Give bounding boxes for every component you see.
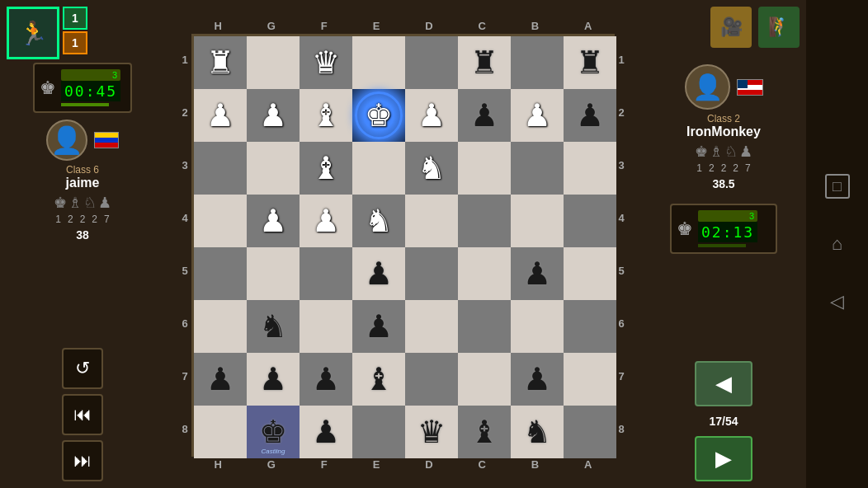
piece: ♝ bbox=[470, 414, 498, 450]
cell-f4[interactable]: ♟ bbox=[300, 195, 352, 247]
cell-g1[interactable] bbox=[247, 36, 300, 89]
cell-e1[interactable] bbox=[352, 36, 405, 89]
right-score: 38.5 bbox=[712, 177, 734, 190]
cell-c2[interactable]: ♟ bbox=[458, 89, 511, 142]
cell-g3[interactable] bbox=[247, 142, 300, 195]
cell-c1[interactable]: ♜ bbox=[458, 36, 511, 89]
cell-e6[interactable]: ♟ bbox=[352, 300, 405, 353]
cell-f8[interactable]: ♟ bbox=[300, 406, 352, 458]
cell-h8[interactable] bbox=[194, 406, 247, 458]
timer-time: 00:45 bbox=[61, 81, 120, 101]
cell-a8[interactable] bbox=[564, 406, 616, 458]
cell-f1[interactable]: ♛ bbox=[300, 36, 352, 89]
cell-h2[interactable]: ♟ bbox=[194, 89, 247, 142]
recent-apps-button[interactable]: □ bbox=[825, 174, 850, 199]
next-button[interactable]: ▶ bbox=[695, 436, 752, 481]
piece: ♜ bbox=[576, 45, 604, 81]
chess-board[interactable]: ♜ ♛ ♜ ♜ ♟ ♟ ♝ ♚ ♟ ♟ ♟ bbox=[191, 34, 615, 457]
cell-g8[interactable]: ♚ Castling bbox=[247, 406, 300, 458]
piece: ♞ bbox=[523, 414, 551, 450]
piece: ♞ bbox=[417, 150, 446, 186]
cell-a1[interactable]: ♜ bbox=[564, 36, 616, 89]
cell-h7[interactable]: ♟ bbox=[194, 353, 247, 406]
cell-e7[interactable]: ♝ bbox=[352, 353, 405, 406]
hiker-icon: 🧗 bbox=[768, 16, 790, 38]
cell-d3[interactable]: ♞ bbox=[405, 142, 458, 195]
prev-button[interactable]: ◀ bbox=[695, 361, 752, 406]
cell-d5[interactable] bbox=[405, 247, 458, 300]
row-6-right: 6 bbox=[615, 298, 628, 350]
cell-a6[interactable] bbox=[564, 300, 616, 353]
square-icon: □ bbox=[833, 178, 842, 195]
piece: ♟ bbox=[365, 308, 393, 345]
row-5-right: 5 bbox=[615, 245, 628, 298]
back-button[interactable]: ◁ bbox=[825, 289, 850, 314]
row-3-left: 3 bbox=[178, 139, 191, 192]
badge-1: 1 bbox=[63, 7, 87, 30]
cell-g2[interactable]: ♟ bbox=[247, 89, 300, 142]
cell-a5[interactable] bbox=[564, 247, 616, 300]
cell-f5[interactable] bbox=[300, 247, 352, 300]
cell-c7[interactable] bbox=[458, 353, 511, 406]
cell-e4[interactable]: ♞ bbox=[352, 195, 405, 247]
hiker-button[interactable]: 🧗 bbox=[758, 7, 800, 48]
col-d-bottom: D bbox=[425, 458, 432, 471]
move-icon[interactable]: 🏃 bbox=[7, 7, 59, 59]
cell-a4[interactable] bbox=[564, 195, 616, 247]
cell-d7[interactable] bbox=[405, 353, 458, 406]
rewind-button[interactable]: ⏮ bbox=[62, 394, 103, 435]
cell-f3[interactable]: ♝ bbox=[300, 142, 352, 195]
cell-g7[interactable]: ♟ bbox=[247, 353, 300, 406]
cell-b1[interactable] bbox=[511, 36, 564, 89]
cell-h5[interactable] bbox=[194, 247, 247, 300]
board-area: H G F E D C B A 1 2 3 4 5 6 7 8 bbox=[165, 0, 641, 488]
cell-f6[interactable] bbox=[300, 300, 352, 353]
cell-d1[interactable] bbox=[405, 36, 458, 89]
cell-c5[interactable] bbox=[458, 247, 511, 300]
cell-b3[interactable] bbox=[511, 142, 564, 195]
cell-d4[interactable] bbox=[405, 195, 458, 247]
left-timer: ♚ 3 00:45 bbox=[33, 63, 132, 113]
cell-c8[interactable]: ♝ bbox=[458, 406, 511, 458]
col-labels-top: H G F E D C B A bbox=[191, 20, 615, 32]
cell-f2[interactable]: ♝ bbox=[300, 89, 352, 142]
left-row-coords: 1 2 3 4 5 6 7 8 bbox=[178, 34, 191, 457]
cell-b4[interactable] bbox=[511, 195, 564, 247]
cell-d2[interactable]: ♟ bbox=[405, 89, 458, 142]
cell-e2[interactable]: ♚ bbox=[352, 89, 405, 142]
col-e-bottom: E bbox=[373, 458, 380, 471]
cell-e8[interactable] bbox=[352, 406, 405, 458]
cell-b8[interactable]: ♞ bbox=[511, 406, 564, 458]
cell-d6[interactable] bbox=[405, 300, 458, 353]
piece: ♜ bbox=[470, 45, 498, 81]
replay-button[interactable]: ↺ bbox=[62, 348, 103, 389]
cell-h1[interactable]: ♜ bbox=[194, 36, 247, 89]
cell-a3[interactable] bbox=[564, 142, 616, 195]
cell-h6[interactable] bbox=[194, 300, 247, 353]
cell-b6[interactable] bbox=[511, 300, 564, 353]
right-player-row: 👤 bbox=[685, 64, 763, 110]
cell-g6[interactable]: ♞ bbox=[247, 300, 300, 353]
cell-b7[interactable]: ♟ bbox=[511, 353, 564, 406]
cell-b5[interactable]: ♟ bbox=[511, 247, 564, 300]
cell-c3[interactable] bbox=[458, 142, 511, 195]
cell-b2[interactable]: ♟ bbox=[511, 89, 564, 142]
cell-g5[interactable] bbox=[247, 247, 300, 300]
cell-c4[interactable] bbox=[458, 195, 511, 247]
cell-h4[interactable] bbox=[194, 195, 247, 247]
cell-a7[interactable] bbox=[564, 353, 616, 406]
cell-a2[interactable]: ♟ bbox=[564, 89, 616, 142]
cell-c6[interactable] bbox=[458, 300, 511, 353]
forward-button[interactable]: ⏭ bbox=[62, 440, 103, 481]
home-button[interactable]: ⌂ bbox=[825, 232, 850, 256]
cell-d8[interactable]: ♛ bbox=[405, 406, 458, 458]
timer-display: 3 00:45 bbox=[61, 69, 120, 106]
cell-h3[interactable] bbox=[194, 142, 247, 195]
cell-e5[interactable]: ♟ bbox=[352, 247, 405, 300]
right-class-label: Class 2 bbox=[707, 113, 740, 124]
cell-f7[interactable]: ♟ bbox=[300, 353, 352, 406]
cell-g4[interactable]: ♟ bbox=[247, 195, 300, 247]
camera-button[interactable]: 🎥 bbox=[710, 7, 752, 48]
right-timer-display: 3 02:13 bbox=[698, 210, 757, 247]
cell-e3[interactable] bbox=[352, 142, 405, 195]
